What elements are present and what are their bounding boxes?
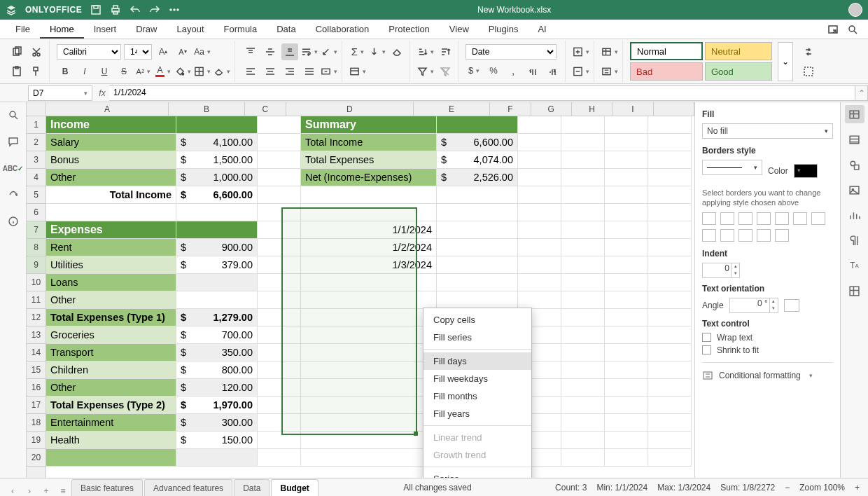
save-icon[interactable] — [90, 4, 102, 15]
col-header-E[interactable]: E — [414, 102, 490, 116]
cell-G17[interactable] — [561, 397, 605, 414]
align-left-icon[interactable] — [242, 63, 259, 80]
cell-C13[interactable] — [258, 326, 301, 344]
merge-icon[interactable] — [321, 63, 337, 80]
cell-E9[interactable] — [437, 256, 518, 274]
cell-I10[interactable] — [648, 274, 692, 291]
border-none-icon[interactable] — [757, 212, 771, 225]
cell-C4[interactable] — [258, 169, 301, 186]
cell-I14[interactable] — [648, 344, 692, 361]
cell-C14[interactable] — [258, 344, 301, 361]
cell-A4[interactable]: Other — [46, 169, 176, 186]
col-header-A[interactable]: A — [46, 102, 169, 116]
filter-icon[interactable] — [417, 63, 434, 80]
cell-D18[interactable] — [301, 414, 437, 432]
align-center-icon[interactable] — [262, 63, 279, 80]
menu-tab-insert[interactable]: Insert — [84, 20, 127, 39]
border-outer-icon[interactable] — [702, 212, 716, 225]
cell-C1[interactable] — [258, 116, 301, 134]
name-box[interactable]: D7▾ — [28, 85, 92, 101]
angle-input[interactable]: 0 °▴▾ — [729, 298, 778, 313]
align-justify-icon[interactable] — [301, 63, 318, 80]
menu-tab-protection[interactable]: Protection — [379, 20, 440, 39]
row-header-13[interactable]: 13 — [27, 326, 46, 344]
pivot-tab-icon[interactable] — [845, 282, 864, 300]
decrease-font-icon[interactable]: A▾ — [174, 43, 191, 60]
menu-item-fill-years[interactable]: Fill years — [424, 405, 531, 422]
cell-styles-gallery[interactable]: Normal Neutral Bad Good — [630, 42, 772, 81]
cell-G8[interactable] — [561, 239, 605, 256]
menu-tab-draw[interactable]: Draw — [126, 20, 167, 39]
cell-D3[interactable]: Total Expenses — [301, 151, 437, 169]
cell-G11[interactable] — [561, 291, 605, 309]
cell-B1[interactable] — [176, 116, 258, 134]
cell-B11[interactable] — [176, 291, 258, 309]
table-template-icon[interactable] — [601, 43, 618, 60]
cell-B6[interactable] — [176, 204, 258, 221]
cell-G10[interactable] — [561, 274, 605, 291]
row-header-15[interactable]: 15 — [27, 361, 46, 379]
cell-A1[interactable]: Income — [46, 116, 176, 134]
cell-D17[interactable] — [301, 397, 437, 414]
font-size-select[interactable]: 14 — [124, 44, 152, 60]
cell-D4[interactable]: Net (Income-Expenses) — [301, 169, 437, 186]
increase-font-icon[interactable]: A▴ — [155, 43, 172, 60]
style-good[interactable]: Good — [705, 62, 772, 81]
cell-G19[interactable] — [561, 432, 605, 449]
zoom-out-icon[interactable]: − — [785, 483, 790, 492]
cell-A12[interactable]: Total Expenses (Type 1) — [46, 309, 176, 326]
cell-G12[interactable] — [561, 309, 605, 326]
cell-G9[interactable] — [561, 256, 605, 274]
menu-item-fill-weekdays[interactable]: Fill weekdays — [424, 370, 531, 387]
formula-input[interactable]: 1/1/2024 — [109, 85, 855, 101]
row-header-10[interactable]: 10 — [27, 274, 46, 291]
fill-color-icon[interactable] — [174, 63, 191, 80]
sort-asc-icon[interactable] — [417, 43, 434, 60]
cell-C2[interactable] — [258, 134, 301, 151]
autosum-icon[interactable]: Σ — [349, 43, 366, 60]
cell-C11[interactable] — [258, 291, 301, 309]
cell-G2[interactable] — [561, 134, 605, 151]
borders-icon[interactable] — [194, 63, 211, 80]
sheet-tab-data[interactable]: Data — [234, 479, 270, 496]
menu-item-series[interactable]: Series — [424, 470, 531, 478]
cell-I18[interactable] — [648, 414, 692, 432]
cell-G20[interactable] — [561, 449, 605, 467]
cell-H20[interactable] — [605, 449, 648, 467]
select-all-corner[interactable] — [27, 102, 46, 116]
border-color-picker[interactable] — [794, 164, 818, 178]
orientation-icon[interactable] — [321, 43, 337, 60]
cell-A10[interactable]: Loans — [46, 274, 176, 291]
cell-H18[interactable] — [605, 414, 648, 432]
spellcheck-rail-icon[interactable]: ABC✓ — [4, 160, 23, 177]
percent-icon[interactable]: % — [485, 62, 502, 79]
menu-item-copy-cells[interactable]: Copy cells — [424, 311, 531, 329]
menu-item-fill-months[interactable]: Fill months — [424, 387, 531, 405]
cell-D2[interactable]: Total Income — [301, 134, 437, 151]
col-header-B[interactable]: B — [169, 102, 245, 116]
cell-A16[interactable]: Other — [46, 379, 176, 397]
print-icon[interactable] — [110, 4, 121, 15]
cell-F1[interactable] — [518, 116, 561, 134]
cell-I6[interactable] — [648, 204, 692, 221]
cell-I15[interactable] — [648, 361, 692, 379]
cell-I3[interactable] — [648, 151, 692, 169]
row-header-9[interactable]: 9 — [27, 256, 46, 274]
cell-D14[interactable] — [301, 344, 437, 361]
comments-rail-icon[interactable] — [4, 133, 23, 150]
cell-C15[interactable] — [258, 361, 301, 379]
cell-H1[interactable] — [605, 116, 648, 134]
cell-styles-expand[interactable]: ⌄ — [778, 42, 793, 81]
paste-icon[interactable] — [8, 63, 25, 80]
menu-item-fill-series[interactable]: Fill series — [424, 329, 531, 346]
col-header-I[interactable]: I — [612, 102, 653, 116]
cell-E8[interactable] — [437, 239, 518, 256]
about-rail-icon[interactable] — [4, 213, 23, 230]
cell-I17[interactable] — [648, 397, 692, 414]
shrink-checkbox[interactable]: Shrink to fit — [702, 345, 833, 355]
number-format-select[interactable]: Date — [465, 44, 556, 60]
menu-tab-ai[interactable]: AI — [528, 20, 556, 39]
cell-E7[interactable] — [437, 221, 518, 239]
cell-H6[interactable] — [605, 204, 648, 221]
cell-I8[interactable] — [648, 239, 692, 256]
